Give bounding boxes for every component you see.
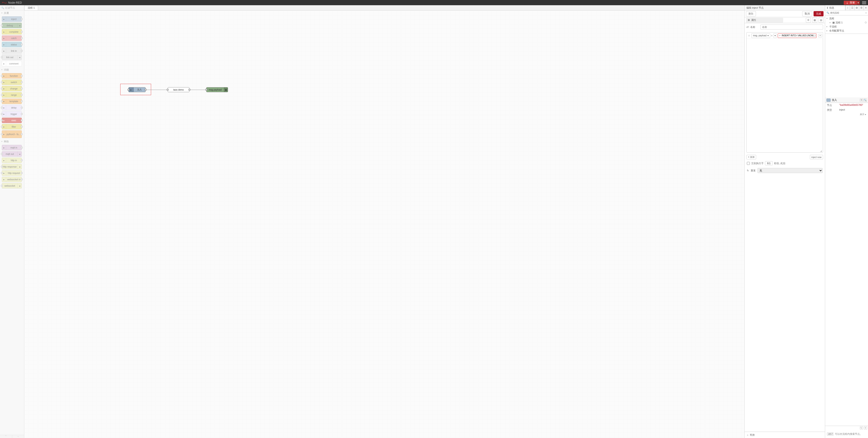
inject-once-checkbox[interactable] <box>747 162 750 165</box>
palette-node[interactable]: ▸switch <box>2 80 22 85</box>
repeat-select[interactable]: 无 <box>757 168 823 173</box>
node-port[interactable] <box>189 89 190 91</box>
palette-node[interactable]: ▸change <box>2 86 22 91</box>
property-key-select[interactable]: msg. payload ▾ <box>751 33 770 38</box>
palette-node[interactable]: ▸inject <box>2 16 22 22</box>
description-icon[interactable]: ▤ <box>818 18 824 23</box>
palette-node[interactable]: link out◂ <box>2 55 22 60</box>
flow-node-taos[interactable]: taos demo <box>168 87 189 92</box>
tree-flows[interactable]: ▾流程 <box>825 16 868 21</box>
palette-node[interactable]: ▸comment <box>2 61 22 66</box>
node-port[interactable] <box>167 89 168 91</box>
add-property-button[interactable]: + 添加 <box>746 155 756 159</box>
info-search-icon[interactable]: 🔍 <box>864 98 867 102</box>
palette-list[interactable]: ▾共通▸injectdebug◂▸complete▸catch▸status▸l… <box>0 10 24 435</box>
palette-node[interactable]: ▸python3 - function <box>2 130 22 138</box>
enabled-label: 有效 <box>750 433 755 437</box>
flow-node-debug[interactable]: msg.payload▦ <box>206 87 228 92</box>
palette-node[interactable]: ▸mqtt in <box>2 145 22 150</box>
node-label: complete <box>6 31 22 33</box>
flow-tab[interactable]: 流程 1 <box>24 5 38 10</box>
delete-button[interactable]: 删除 <box>746 11 756 16</box>
palette-node[interactable]: ▸link in <box>2 48 22 54</box>
palette-collapse-all[interactable]: ⌃ <box>0 435 12 438</box>
node-label: websocket in <box>6 178 22 181</box>
cancel-button[interactable]: 取消 <box>802 11 812 16</box>
palette-node[interactable]: ▸filter <box>2 124 22 129</box>
palette-category[interactable]: ▾网络 <box>0 139 22 144</box>
properties-label: 属性 <box>751 19 756 22</box>
palette-node[interactable]: ▸http in <box>2 157 22 163</box>
tree-flow-1[interactable]: ▸▦流程 1 <box>825 21 868 25</box>
palette-node[interactable]: ▸range <box>2 92 22 98</box>
sidebar-search-options[interactable]: ▾ <box>866 12 867 14</box>
node-port <box>21 43 23 46</box>
enabled-toggle[interactable]: ○ <box>747 434 748 436</box>
main-menu-button[interactable] <box>862 1 866 5</box>
palette-node[interactable]: ▸exec <box>2 118 22 123</box>
node-port[interactable] <box>145 89 147 91</box>
info-node-header: 注入 ⧉🔍 <box>825 97 868 103</box>
properties-tab[interactable]: ✿ 属性 <box>746 18 783 23</box>
info-expand-toggle[interactable]: 展开 ▸ <box>825 112 868 116</box>
name-input[interactable] <box>761 25 823 30</box>
sidebar-search-input[interactable] <box>830 11 865 14</box>
palette-node[interactable]: ▸complete <box>2 29 22 34</box>
tree-subflows[interactable]: ▸子流程 <box>825 25 868 29</box>
node-port[interactable] <box>127 89 129 91</box>
appearance-icon[interactable]: ▦ <box>812 18 817 23</box>
sidebar-tab-info[interactable]: ℹ 信息 <box>825 5 845 10</box>
repeat-icon: ↻ <box>747 169 749 172</box>
node-icon: ▸ <box>2 36 6 41</box>
palette-category[interactable]: ▾共通 <box>0 10 22 16</box>
hint-close-icon[interactable]: ✕ <box>864 427 867 430</box>
hint-refresh-icon[interactable]: ↻ <box>860 427 863 430</box>
search-icon: 🔍 <box>827 11 829 14</box>
tray-footer: ○ 有效 <box>745 432 825 438</box>
node-icon: ◂ <box>18 23 22 28</box>
sidebar-tab-more-icon[interactable]: ▾ <box>864 5 868 10</box>
palette-node[interactable]: ▸delay <box>2 105 22 110</box>
deploy-button[interactable]: ⭳ 部署 <box>844 1 857 5</box>
flow-node-inject[interactable]: ▸注入 <box>128 87 146 92</box>
flow-canvas[interactable]: ▸注入taos demomsg.payload▦ <box>24 10 744 438</box>
flow-tabs: 流程 1 <box>24 5 744 10</box>
palette-node[interactable]: websocket◂ <box>2 183 22 188</box>
node-label: delay <box>6 107 22 109</box>
property-type-select[interactable]: ▾ <box>773 33 777 38</box>
done-button[interactable]: 完成 <box>813 11 824 16</box>
sidebar-tab-config-icon[interactable]: ✿ <box>855 5 859 10</box>
palette-category[interactable]: ▾功能 <box>0 67 22 72</box>
deploy-menu-toggle[interactable]: ▾ <box>857 1 860 5</box>
property-value-input[interactable] <box>781 34 815 37</box>
info-copy-icon[interactable]: ⧉ <box>860 98 863 102</box>
resize-handle-icon[interactable]: ◢ <box>820 150 823 152</box>
svg-point-1 <box>6 2 6 3</box>
palette-expand-all[interactable]: ⌄ <box>12 435 24 438</box>
node-port <box>1 153 3 155</box>
settings-icon[interactable]: ⚙ <box>806 18 811 23</box>
palette-node[interactable]: ▸status <box>2 42 22 47</box>
palette-node[interactable]: ▸websocket in <box>2 177 22 182</box>
remove-property-button[interactable]: ✕ <box>818 34 822 37</box>
palette-node[interactable]: ▸http request <box>2 170 22 176</box>
sidebar-tab-context-icon[interactable]: ⚙ <box>859 5 864 10</box>
palette-node[interactable]: ▸catch <box>2 35 22 41</box>
canvas-dim-overlay <box>24 10 744 438</box>
palette-node[interactable]: ▸template <box>2 98 22 104</box>
tree-global-config[interactable]: ▸全局配置节点 <box>825 29 868 33</box>
once-delay-input[interactable] <box>765 161 773 165</box>
inject-now-button[interactable]: inject now <box>810 155 823 159</box>
node-port[interactable] <box>205 89 207 91</box>
palette-filter-input[interactable] <box>5 6 23 9</box>
palette-node[interactable]: ▸function <box>2 73 22 79</box>
node-icon: ◂ <box>18 183 22 188</box>
palette-node[interactable]: debug◂ <box>2 23 22 28</box>
palette-node[interactable]: ▸trigger <box>2 111 22 117</box>
sidebar-tab-debug-icon[interactable]: ☰ <box>850 5 855 10</box>
drag-handle-icon[interactable]: ≡ <box>747 34 750 37</box>
palette-node[interactable]: mqtt out◂ <box>2 151 22 157</box>
node-icon: ▸ <box>2 42 6 47</box>
palette-node[interactable]: http response◂ <box>2 164 22 169</box>
sidebar-tab-help-icon[interactable]: i <box>845 5 850 10</box>
